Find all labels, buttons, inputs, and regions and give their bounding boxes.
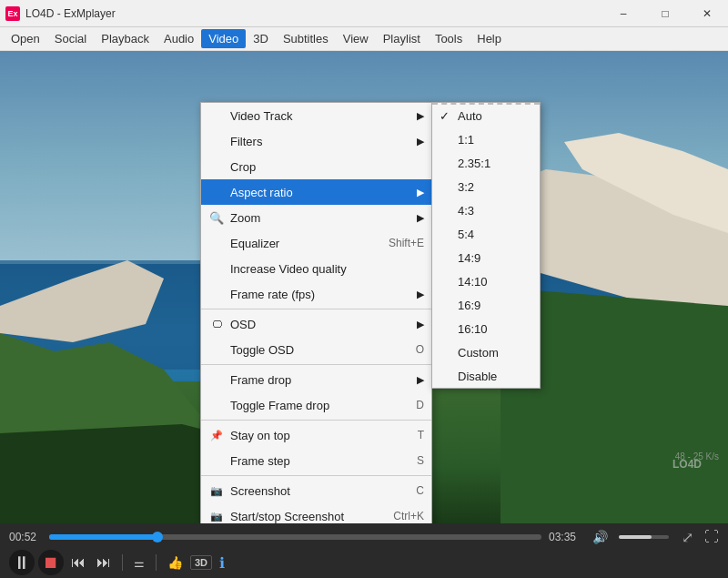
volume-fill [619, 535, 652, 539]
zoom-icon: 🔍 [207, 211, 227, 225]
equalizer-button[interactable]: ⚌ [130, 554, 148, 572]
aspect-16-10[interactable]: 16:10 [432, 317, 540, 340]
menu-crop[interactable]: Crop [201, 154, 431, 179]
menu-toggle-osd[interactable]: Toggle OSD O [201, 337, 431, 362]
app-icon: Ex [5, 6, 20, 21]
menu-tools[interactable]: Tools [428, 29, 470, 48]
pin-icon: 📌 [207, 430, 227, 441]
volume-icon[interactable]: 🔊 [589, 528, 612, 546]
aspect-14-10[interactable]: 14:10 [432, 269, 540, 293]
fullscreen-button[interactable]: ⛶ [704, 529, 719, 545]
title-bar-left: Ex LO4D - ExMplayer [0, 6, 116, 21]
aspect-5-4[interactable]: 5:4 [432, 222, 540, 246]
menu-video-track[interactable]: Video Track ▶ [201, 103, 431, 128]
play-pause-button[interactable]: ⏸ [9, 550, 35, 575]
menu-social[interactable]: Social [47, 29, 94, 48]
info-button[interactable]: ℹ [219, 554, 225, 572]
seekbar-fill [49, 534, 157, 540]
3d-button[interactable]: 3D [190, 555, 212, 570]
menu-equalizer[interactable]: Equalizer Shift+E [201, 230, 431, 256]
aspect-4-3[interactable]: 4:3 [432, 198, 540, 222]
menu-toggle-frame-drop[interactable]: Toggle Frame drop D [201, 392, 431, 418]
buttons-row: ⏸ ⏹ ⏮ ⏭ ⚌ 👍 3D ℹ [0, 548, 728, 577]
minimize-button[interactable]: – [602, 0, 644, 27]
close-button[interactable]: ✕ [686, 0, 728, 27]
menu-screenshot[interactable]: 📷 Screenshot C [201, 478, 431, 503]
app-title: LO4D - ExMplayer [25, 7, 116, 20]
separator [122, 554, 123, 571]
menu-bar: Open Social Playback Audio Video 3D Subt… [0, 27, 728, 51]
aspect-1-1[interactable]: 1:1 [432, 127, 540, 151]
menu-frame-rate[interactable]: Frame rate (fps) ▶ [201, 281, 431, 307]
aspect-auto[interactable]: Auto [432, 103, 540, 127]
time-current: 00:52 [9, 531, 42, 543]
video-dropdown-menu: Video Track ▶ Filters ▶ Crop Aspect rati… [200, 102, 432, 523]
next-button[interactable]: ⏭ [93, 553, 115, 573]
menu-filters[interactable]: Filters ▶ [201, 128, 431, 154]
menu-sep-3 [201, 420, 431, 421]
time-total: 03:35 [549, 531, 581, 543]
menu-subtitles[interactable]: Subtitles [276, 29, 336, 48]
menu-video[interactable]: Video [201, 29, 246, 48]
menu-playback[interactable]: Playback [94, 29, 157, 48]
aspect-disable[interactable]: Disable [432, 364, 540, 388]
menu-audio[interactable]: Audio [157, 29, 201, 48]
svg-text:LO4D: LO4D [672, 458, 702, 471]
maximize-button[interactable]: □ [644, 0, 686, 27]
thumbs-up-button[interactable]: 👍 [164, 553, 187, 572]
aspect-2-35-1[interactable]: 2.35:1 [432, 151, 540, 175]
logo-watermark: LO4D [655, 450, 719, 478]
menu-view[interactable]: View [336, 29, 376, 48]
menu-3d[interactable]: 3D [246, 29, 276, 48]
menu-osd[interactable]: 🖵 OSD ▶ [201, 311, 431, 337]
menu-frame-step[interactable]: Frame step S [201, 448, 431, 473]
seekbar-row: 00:52 03:35 🔊 ⤢ ⛶ [0, 524, 728, 548]
menu-playlist[interactable]: Playlist [376, 29, 428, 48]
menu-increase-video-quality[interactable]: Increase Video quality [201, 256, 431, 281]
menu-aspect-ratio[interactable]: Aspect ratio ▶ [201, 179, 431, 205]
expand-button[interactable]: ⤢ [682, 529, 693, 546]
prev-button[interactable]: ⏮ [67, 553, 89, 573]
aspect-custom[interactable]: Custom [432, 340, 540, 364]
window-controls: – □ ✕ [602, 0, 728, 27]
menu-sep-2 [201, 364, 431, 365]
menu-stay-on-top[interactable]: 📌 Stay on top T [201, 422, 431, 448]
separator2 [156, 554, 157, 571]
menu-open[interactable]: Open [4, 29, 47, 48]
aspect-14-9[interactable]: 14:9 [432, 246, 540, 269]
menu-help[interactable]: Help [470, 29, 509, 48]
aspect-ratio-submenu: Auto 1:1 2.35:1 3:2 4:3 5:4 14:9 14:10 1… [431, 102, 541, 389]
menu-start-stop-screenshot[interactable]: 📷 Start/stop Screenshot Ctrl+K [201, 503, 431, 523]
volume-slider[interactable] [619, 535, 669, 539]
screenshot-icon: 📷 [207, 485, 227, 497]
aspect-3-2[interactable]: 3:2 [432, 175, 540, 198]
title-bar: Ex LO4D - ExMplayer – □ ✕ [0, 0, 728, 27]
screenshot2-icon: 📷 [207, 511, 227, 522]
seekbar[interactable] [49, 534, 541, 540]
menu-frame-drop[interactable]: Frame drop ▶ [201, 367, 431, 392]
player-controls: 00:52 03:35 🔊 ⤢ ⛶ ⏸ ⏹ ⏮ ⏭ ⚌ 👍 3D ℹ [0, 523, 728, 578]
stop-button[interactable]: ⏹ [38, 550, 64, 575]
menu-sep-4 [201, 475, 431, 476]
menu-zoom[interactable]: 🔍 Zoom ▶ [201, 205, 431, 230]
aspect-16-9[interactable]: 16:9 [432, 293, 540, 317]
seekbar-thumb[interactable] [152, 532, 163, 543]
osd-icon: 🖵 [207, 319, 227, 330]
menu-sep-1 [201, 309, 431, 309]
video-area: Video Track ▶ Filters ▶ Crop Aspect rati… [0, 51, 728, 523]
